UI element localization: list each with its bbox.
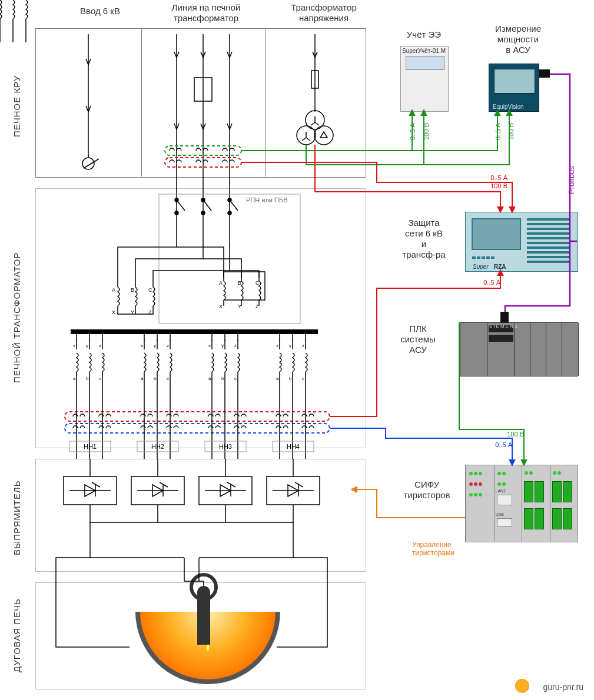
energy-meter: SuperУчёт-01.M <box>400 46 449 112</box>
sifu-device: LAN1 USB <box>465 465 578 542</box>
power-meter-screen <box>494 69 535 94</box>
sifu-title: СИФУ тиристоров <box>391 479 462 501</box>
thyr-ctrl-l1: Управлениетиристорами <box>412 541 454 557</box>
rza2-amp: 0..5 А <box>483 279 500 286</box>
meter-volt: 100 В <box>423 123 430 140</box>
sifu-usb-label: USB <box>496 512 504 517</box>
power-meter-title: Измерение мощности в АСУ <box>477 24 559 55</box>
row-header-arc: ДУГОВАЯ ПЕЧЬ <box>12 582 22 688</box>
meter-amp: 0..5 А <box>409 123 416 140</box>
rza-device: Super RZA <box>465 212 578 272</box>
kru-div2 <box>265 28 266 176</box>
green-to-sifu <box>459 375 524 464</box>
sifu-amp: 0..5 А <box>495 441 512 448</box>
power-meter-vendor: EquipVision <box>493 104 524 110</box>
rza-keys <box>472 251 495 262</box>
rza-brand1: Super <box>473 264 489 270</box>
rza1-amp: 0..5 А <box>490 174 507 181</box>
electrode <box>197 586 210 645</box>
power-meter-connector <box>539 69 550 78</box>
row-header-rect: ВЫПРЯМИТЕЛЬ <box>12 465 22 571</box>
sifu-usb-port <box>497 518 512 526</box>
rza1-volt: 100 В <box>490 182 507 189</box>
row-header-kru: ПЕЧНОЕ КРУ <box>12 35 22 176</box>
kru-div1 <box>141 28 142 176</box>
footer-logo <box>515 679 529 693</box>
power-volt: 100 В <box>507 123 515 140</box>
rza-title: Защита сети 6 кВ и трансф-ра <box>389 218 459 260</box>
rza-brand2: RZA <box>494 264 506 270</box>
sifu-lan-port <box>497 495 512 505</box>
kru-panel <box>35 28 366 178</box>
col-header-line-to-ft: Линия на печной трансформатор <box>147 2 265 24</box>
plc-device: SIEMENS <box>459 322 578 376</box>
electrode-ring <box>190 573 218 601</box>
plc-brand: SIEMENS <box>489 324 519 329</box>
rza-screen <box>472 218 521 250</box>
power-meter: EquipVision <box>489 64 539 112</box>
ft-panel <box>35 188 366 448</box>
power-amp: 0..5 А <box>495 123 502 140</box>
sifu-volt: 100 В <box>507 431 524 438</box>
plc-connector <box>500 312 509 322</box>
meter-model: SuperУчёт-01.M <box>402 48 446 54</box>
profibus-label: Profibus <box>567 166 576 194</box>
col-header-input6kv: Ввод 6 кВ <box>47 6 153 16</box>
plc-title: ПЛК системы АСУ <box>389 324 447 355</box>
col-header-voltage-trans: Трансформатор напряжения <box>265 2 383 24</box>
footer-text: guru-pnr.ru <box>543 682 583 692</box>
meter-title: Учёт ЭЭ <box>394 29 453 40</box>
rza-leds <box>527 218 570 264</box>
rect-panel <box>35 459 366 572</box>
sifu-lan-label: LAN1 <box>496 489 506 494</box>
row-header-ft: ПЕЧНОЙ ТРАНСФОРМАТОР <box>12 188 22 447</box>
meter-screen <box>406 56 444 70</box>
